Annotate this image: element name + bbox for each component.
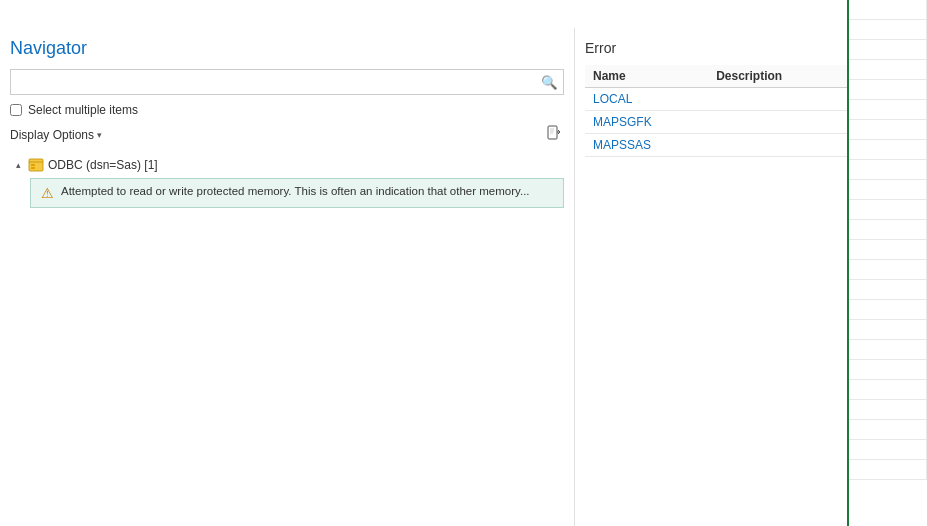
tree-node-label: ODBC (dsn=Sas) [1] <box>48 158 158 172</box>
row-desc-mapsgfk <box>708 111 843 134</box>
row-desc-local <box>708 88 843 111</box>
sp-cell <box>849 260 927 280</box>
tree-node-odbc[interactable]: ▴ ODBC (dsn=Sas) [1] <box>10 154 564 176</box>
spreadsheet-overlay <box>847 0 927 526</box>
error-row: ⚠ Attempted to read or write protected m… <box>30 178 564 208</box>
sp-cell <box>849 280 927 300</box>
sp-cell <box>849 400 927 420</box>
select-multiple-label[interactable]: Select multiple items <box>28 103 138 117</box>
sp-cell <box>849 40 927 60</box>
sp-cell <box>849 180 927 200</box>
display-options-button[interactable]: Display Options ▾ <box>10 128 102 142</box>
select-multiple-checkbox[interactable] <box>10 104 22 116</box>
row-name-mapssas: MAPSSAS <box>585 134 708 157</box>
sp-cell <box>849 120 927 140</box>
search-input[interactable] <box>10 69 564 95</box>
left-panel: Navigator 🔍 Select multiple items D <box>0 28 575 526</box>
sp-cell <box>849 440 927 460</box>
sp-cell <box>849 100 927 120</box>
expand-icon: ▴ <box>12 159 24 171</box>
sp-cell <box>849 340 927 360</box>
sp-cell <box>849 80 927 100</box>
sp-cell <box>849 20 927 40</box>
tree-container: ▴ ODBC (dsn=Sas) [1] <box>10 154 564 516</box>
import-icon-button[interactable] <box>544 123 564 146</box>
sp-cell <box>849 420 927 440</box>
import-file-icon <box>546 128 562 144</box>
col-header-description: Description <box>708 65 843 88</box>
display-options-label: Display Options <box>10 128 94 142</box>
main-content: Navigator 🔍 Select multiple items D <box>0 28 927 526</box>
navigator-title: Navigator <box>10 38 564 59</box>
sp-cell <box>849 380 927 400</box>
sp-cell <box>849 300 927 320</box>
title-bar: − □ ✕ <box>0 0 927 28</box>
display-options-row: Display Options ▾ <box>10 123 564 146</box>
sp-cell <box>849 160 927 180</box>
sp-cell <box>849 140 927 160</box>
search-icon: 🔍 <box>541 75 558 90</box>
sp-cell <box>849 360 927 380</box>
select-multiple-row: Select multiple items <box>10 103 564 117</box>
search-button[interactable]: 🔍 <box>537 73 562 92</box>
sp-cell <box>849 240 927 260</box>
sp-cell <box>849 60 927 80</box>
row-name-mapsgfk: MAPSGFK <box>585 111 708 134</box>
svg-rect-7 <box>31 164 35 166</box>
spreadsheet-cells <box>849 0 927 480</box>
sp-cell <box>849 320 927 340</box>
sp-cell <box>849 200 927 220</box>
db-icon <box>28 157 44 173</box>
error-message-text: Attempted to read or write protected mem… <box>61 185 530 197</box>
right-panel-title: Error <box>585 40 616 56</box>
sp-cell <box>849 0 927 20</box>
row-name-local: LOCAL <box>585 88 708 111</box>
search-container: 🔍 <box>10 69 564 95</box>
sp-cell <box>849 460 927 480</box>
col-header-name: Name <box>585 65 708 88</box>
svg-rect-8 <box>31 167 35 169</box>
chevron-down-icon: ▾ <box>97 130 102 140</box>
row-desc-mapssas <box>708 134 843 157</box>
sp-cell <box>849 220 927 240</box>
warning-icon: ⚠ <box>39 185 55 201</box>
